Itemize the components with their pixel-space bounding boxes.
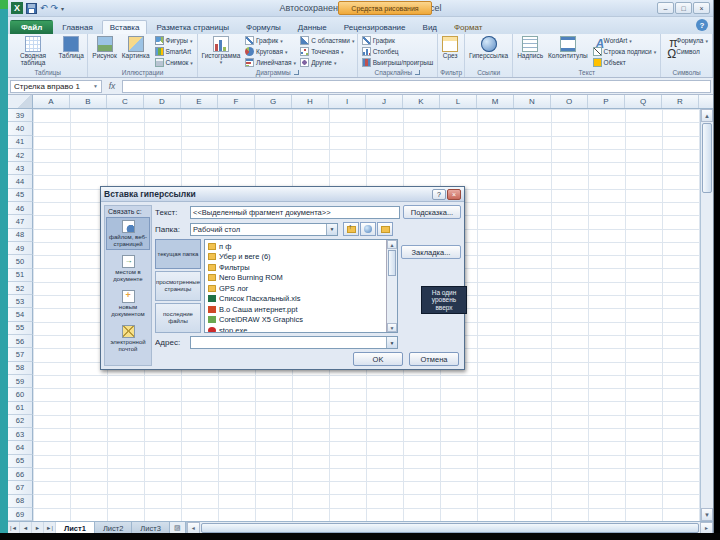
column-header-G[interactable]: G (255, 95, 292, 108)
scroll-down-icon[interactable]: ▼ (701, 508, 713, 521)
maximize-button[interactable]: □ (675, 2, 692, 14)
row-header-52[interactable]: 52 (8, 282, 33, 295)
row-header-62[interactable]: 62 (8, 415, 33, 428)
file-item-7[interactable]: CorelDRAW X5 Graphics (206, 315, 385, 326)
file-item-2[interactable]: Фильтры (206, 262, 385, 273)
address-combobox[interactable]: ▼ (190, 336, 398, 349)
ribbon-button-1-4[interactable]: Снимок▾ (153, 57, 195, 68)
row-header-53[interactable]: 53 (8, 295, 33, 308)
link-to-option-3[interactable]: электронной почтой (106, 322, 150, 355)
ribbon-button-0-1[interactable]: Таблица (57, 35, 85, 68)
ribbon-button-6-3[interactable]: Строка подписи▾ (591, 46, 659, 57)
browse-file-button[interactable] (377, 222, 393, 236)
ribbon-button-1-3[interactable]: SmartArt (153, 46, 195, 57)
ribbon-tab-8[interactable]: Формат (446, 20, 490, 34)
ribbon-button-2-2[interactable]: Круговая▾ (243, 46, 298, 57)
folder-dropdown-icon[interactable]: ▼ (326, 224, 337, 235)
scope-button-0[interactable]: текущая папка (155, 239, 201, 269)
column-header-L[interactable]: L (440, 95, 477, 108)
ribbon-tab-5[interactable]: Данные (290, 20, 335, 34)
column-header-Q[interactable]: Q (625, 95, 662, 108)
ribbon-tab-6[interactable]: Рецензирование (336, 20, 414, 34)
dialog-help-icon[interactable]: ? (432, 189, 446, 200)
vertical-scrollbar[interactable]: ▲ ▼ (700, 109, 713, 521)
ribbon-button-6-1[interactable]: Колонтитулы (546, 35, 590, 68)
row-header-42[interactable]: 42 (8, 149, 33, 162)
ribbon-button-6-4[interactable]: Объект (591, 57, 659, 68)
row-header-60[interactable]: 60 (8, 388, 33, 401)
file-item-5[interactable]: Список Пасхальный.xls (206, 294, 385, 305)
list-scroll-thumb[interactable] (388, 250, 396, 276)
minimize-button[interactable]: – (657, 2, 674, 14)
column-header-B[interactable]: B (70, 95, 107, 108)
row-header-57[interactable]: 57 (8, 348, 33, 361)
file-item-0[interactable]: п ф (206, 241, 385, 252)
column-header-O[interactable]: O (551, 95, 588, 108)
ribbon-button-7-1[interactable]: Символ (663, 46, 710, 57)
dialog-close-icon[interactable]: × (447, 189, 461, 200)
column-header-K[interactable]: K (403, 95, 440, 108)
file-item-8[interactable]: stop.exe (206, 325, 385, 333)
row-header-49[interactable]: 49 (8, 242, 33, 255)
ribbon-button-7-0[interactable]: Формула▾ (663, 35, 710, 46)
row-header-40[interactable]: 40 (8, 122, 33, 135)
name-box-dropdown-icon[interactable]: ▼ (93, 83, 98, 89)
ribbon-tab-2[interactable]: Вставка (102, 20, 148, 34)
ok-button[interactable]: OK (353, 352, 403, 366)
list-scroll-down-icon[interactable]: ▼ (387, 323, 397, 332)
row-header-54[interactable]: 54 (8, 308, 33, 321)
ribbon-tab-7[interactable]: Вид (415, 20, 445, 34)
row-header-45[interactable]: 45 (8, 189, 33, 202)
file-item-3[interactable]: Nero Burning ROM (206, 273, 385, 284)
name-box[interactable]: Стрелка вправо 1 ▼ (10, 80, 102, 93)
column-header-C[interactable]: C (107, 95, 144, 108)
file-item-4[interactable]: GPS лог (206, 283, 385, 294)
file-item-6[interactable]: В.о Саша интернет.ppt (206, 304, 385, 315)
ribbon-button-1-0[interactable]: Рисунок (90, 35, 119, 68)
column-header-N[interactable]: N (514, 95, 551, 108)
dialog-launcher-icon[interactable] (415, 70, 420, 75)
row-header-59[interactable]: 59 (8, 375, 33, 388)
row-header-61[interactable]: 61 (8, 402, 33, 415)
row-header-68[interactable]: 68 (8, 495, 33, 508)
ribbon-button-5-0[interactable]: Гиперссылка (467, 35, 510, 68)
row-header-64[interactable]: 64 (8, 441, 33, 454)
row-header-44[interactable]: 44 (8, 175, 33, 188)
link-to-option-0[interactable]: файлом, веб-страницей (106, 217, 150, 250)
row-header-43[interactable]: 43 (8, 162, 33, 175)
ribbon-button-2-3[interactable]: Линейчатая▾ (243, 57, 298, 68)
ribbon-button-6-0[interactable]: Надпись (515, 35, 545, 68)
row-header-50[interactable]: 50 (8, 255, 33, 268)
column-header-F[interactable]: F (218, 95, 255, 108)
display-text-input[interactable]: <<Выделенный фрагмент документа>> (190, 206, 400, 219)
folder-combobox[interactable]: Рабочий стол ▼ (190, 223, 338, 236)
select-all-corner[interactable] (8, 95, 33, 108)
ribbon-button-2-6[interactable]: Другие▾ (298, 57, 356, 68)
row-header-47[interactable]: 47 (8, 215, 33, 228)
ribbon-button-0-0[interactable]: Сводная таблица▾ (10, 35, 56, 68)
dialog-title-bar[interactable]: Вставка гиперссылки ? × (101, 187, 464, 202)
row-header-67[interactable]: 67 (8, 481, 33, 494)
row-header-63[interactable]: 63 (8, 428, 33, 441)
up-one-level-button[interactable] (343, 222, 359, 236)
ribbon-button-4-0[interactable]: Срез (440, 35, 460, 68)
row-header-55[interactable]: 55 (8, 322, 33, 335)
bookmark-button[interactable]: Закладка... (401, 245, 461, 259)
row-header-48[interactable]: 48 (8, 229, 33, 242)
file-list-scrollbar[interactable]: ▲ ▼ (386, 240, 397, 332)
column-header-D[interactable]: D (144, 95, 181, 108)
ribbon-tab-0[interactable]: Файл (10, 20, 53, 34)
insert-function-icon[interactable]: fx (104, 81, 120, 91)
ribbon-button-2-4[interactable]: С областями▾ (298, 35, 356, 46)
ribbon-button-1-1[interactable]: Картинка (120, 35, 152, 68)
row-header-69[interactable]: 69 (8, 508, 33, 521)
row-header-66[interactable]: 66 (8, 468, 33, 481)
column-header-I[interactable]: I (329, 95, 366, 108)
formula-input[interactable] (122, 80, 711, 93)
ribbon-button-2-5[interactable]: Точечная▾ (298, 46, 356, 57)
ribbon-button-3-1[interactable]: Столбец (360, 46, 436, 57)
row-header-65[interactable]: 65 (8, 455, 33, 468)
ribbon-button-6-2[interactable]: WordArt▾ (591, 35, 659, 46)
row-header-46[interactable]: 46 (8, 202, 33, 215)
ribbon-tab-4[interactable]: Формулы (238, 20, 289, 34)
